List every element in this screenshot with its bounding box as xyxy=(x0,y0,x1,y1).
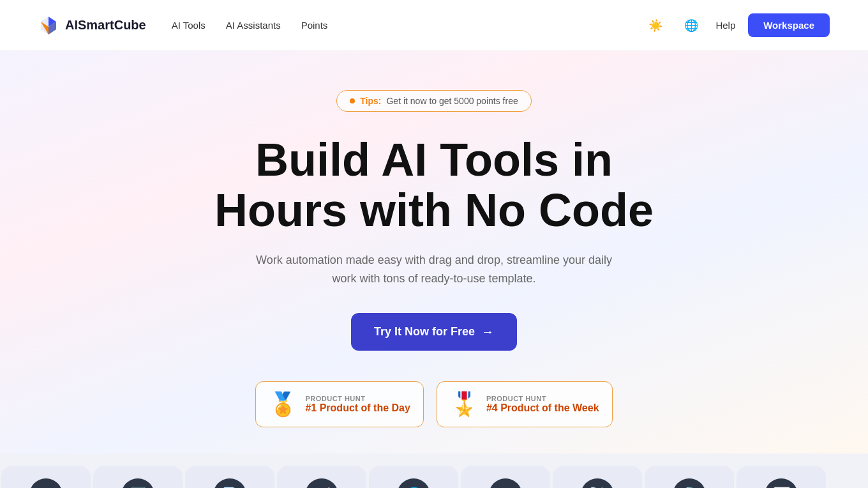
document-icon: 📄 xyxy=(213,478,246,488)
badge-week-icon: 🎖️ xyxy=(450,391,479,418)
icon-card-chart: 📊 xyxy=(737,466,826,488)
badge-day-label: PRODUCT HUNT xyxy=(305,395,410,402)
icon-card-code: </> xyxy=(461,466,550,488)
cta-arrow: → xyxy=(481,324,494,339)
globe-icon: 🌐 xyxy=(397,478,430,488)
hero-title-line2: Hours with No Code xyxy=(214,185,654,236)
database-icon: 🗄️ xyxy=(121,478,154,488)
workspace-button[interactable]: Workspace xyxy=(748,13,830,37)
cta-button[interactable]: Try It Now for Free → xyxy=(351,313,517,351)
badge-day-icon: 🏅 xyxy=(269,391,297,418)
tips-text: Get it now to get 5000 points free xyxy=(386,96,518,106)
tips-badge: Tips: Get it now to get 5000 points free xyxy=(336,90,531,112)
language-button[interactable]: 🌐 xyxy=(680,14,703,37)
badge-day-title: #1 Product of the Day xyxy=(305,402,410,414)
nav-links: AI Tools AI Assistants Points xyxy=(172,20,328,31)
chart-icon: 📊 xyxy=(765,478,798,488)
hero-title: Build AI Tools in Hours with No Code xyxy=(214,135,654,236)
microphone-icon: 🎙️ xyxy=(673,478,706,488)
education-icon: 🎓 xyxy=(29,478,63,488)
icon-card-education: 🎓 xyxy=(1,466,91,488)
hero-section: Tips: Get it now to get 5000 points free… xyxy=(0,51,868,454)
help-link[interactable]: Help xyxy=(715,20,735,31)
rss-icon: 📡 xyxy=(581,478,614,488)
logo-icon xyxy=(38,15,59,36)
cta-label: Try It Now for Free xyxy=(374,325,475,339)
badges-row: 🏅 PRODUCT HUNT #1 Product of the Day 🎖️ … xyxy=(255,381,612,427)
product-of-day-badge[interactable]: 🏅 PRODUCT HUNT #1 Product of the Day xyxy=(255,381,423,427)
shopping-icon: 🛒 xyxy=(305,478,338,488)
theme-toggle-button[interactable]: ☀️ xyxy=(644,14,667,37)
product-of-week-badge[interactable]: 🎖️ PRODUCT HUNT #4 Product of the Week xyxy=(437,381,613,427)
icons-strip: 🎓 🗄️ 📄 🛒 🌐 </> 📡 🎙️ 📊 xyxy=(0,454,868,488)
icon-card-database: 🗄️ xyxy=(93,466,183,488)
nav-left: AISmartCube AI Tools AI Assistants Point… xyxy=(38,15,327,36)
hero-subtitle: Work automation made easy with drag and … xyxy=(255,251,613,288)
navbar: AISmartCube AI Tools AI Assistants Point… xyxy=(0,0,868,51)
icon-card-document: 📄 xyxy=(185,466,274,488)
tips-dot xyxy=(350,98,355,103)
code-icon: </> xyxy=(489,478,522,488)
badge-day-text: PRODUCT HUNT #1 Product of the Day xyxy=(305,395,410,414)
points-link[interactable]: Points xyxy=(301,20,328,31)
icon-card-microphone: 🎙️ xyxy=(645,466,734,488)
icon-card-globe: 🌐 xyxy=(369,466,458,488)
badge-week-label: PRODUCT HUNT xyxy=(486,395,599,402)
icon-card-rss: 📡 xyxy=(553,466,642,488)
ai-assistants-link[interactable]: AI Assistants xyxy=(226,20,281,31)
hero-title-line1: Build AI Tools in xyxy=(255,134,613,185)
ai-tools-link[interactable]: AI Tools xyxy=(172,20,206,31)
nav-right: ☀️ 🌐 Help Workspace xyxy=(644,13,830,37)
icon-card-shopping: 🛒 xyxy=(277,466,366,488)
tips-label: Tips: xyxy=(360,96,381,106)
badge-week-text: PRODUCT HUNT #4 Product of the Week xyxy=(486,395,599,414)
logo[interactable]: AISmartCube xyxy=(38,15,146,36)
badge-week-title: #4 Product of the Week xyxy=(486,402,599,414)
logo-text: AISmartCube xyxy=(65,18,146,33)
